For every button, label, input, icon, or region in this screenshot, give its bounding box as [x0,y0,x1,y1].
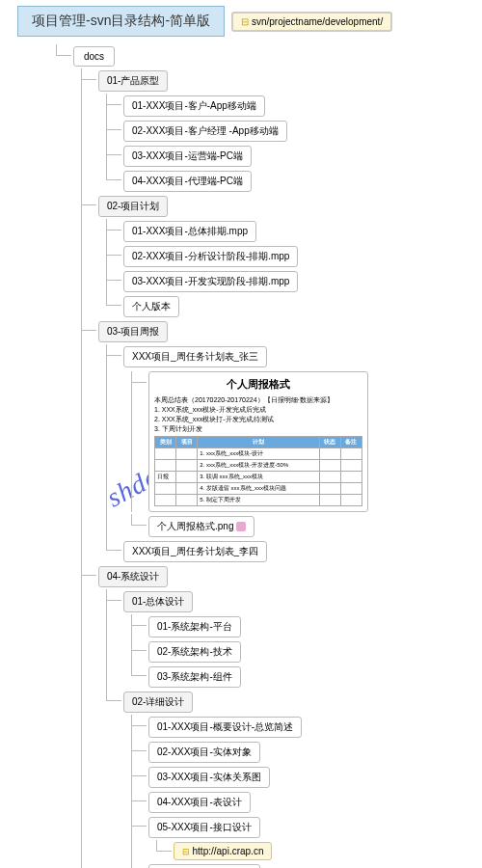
item[interactable]: 02-XXX项目-分析设计阶段-排期.mpp [123,246,298,267]
item[interactable]: 01-XXX项目-客户-App移动端 [123,95,265,117]
item[interactable]: 个人版本 [123,296,179,317]
item[interactable]: 04-XXX项目-代理端-PC端 [123,171,252,192]
preview-bullet: 3. 下周计划开发 [154,424,362,434]
folder-detail[interactable]: 02-详细设计 [123,692,193,713]
item[interactable]: 03-XXX项目-运营端-PC端 [123,146,252,167]
item[interactable]: 02-XXX项目-客户经理 -App移动端 [123,121,287,142]
item[interactable]: 06-XXX项目-数据字典 [148,864,260,868]
item[interactable]: 01-系统架构-平台 [148,616,241,637]
page-title: 项目管理-svn目录结构-简单版 [17,6,225,37]
weekly-report-li[interactable]: XXX项目_周任务计划表_李四 [123,541,267,562]
preview-table: 类别项目计划状态备注 1. xxx系统_xxx模块-设计 2. xxx系统_xx… [154,436,362,506]
item[interactable]: 04-XXX项目-表设计 [148,792,251,813]
item[interactable]: 03-XXX项目-实体关系图 [148,767,270,788]
note-api[interactable]: http://api.crap.cn [174,842,272,860]
root-path: svn/projectname/development/ [231,12,392,32]
tree-root: docs 01-产品原型 01-XXX项目-客户-App移动端 02-XXX项目… [56,44,482,868]
preview-bullet: 1. XXX系统_xxx模块-开发完成后完成 [154,405,362,415]
docs-node[interactable]: docs [73,46,115,67]
folder-overall[interactable]: 01-总体设计 [123,591,193,612]
item[interactable]: 03-系统架构-组件 [148,666,241,688]
item[interactable]: 01-XXX项目-总体排期.mpp [123,221,256,242]
folder-04[interactable]: 04-系统设计 [98,566,168,587]
item[interactable]: 03-XXX项目-开发实现阶段-排期.mpp [123,271,298,292]
folder-03[interactable]: 03-项目周报 [98,321,168,342]
download-icon[interactable] [236,522,246,531]
item[interactable]: 05-XXX项目-接口设计 [148,817,260,838]
preview-panel: 个人周报格式 本周总结表（20170220-20170224）【日报明细·数据来… [148,371,368,512]
preview-header: 本周总结表（20170220-20170224）【日报明细·数据来源】 [154,395,362,405]
folder-02[interactable]: 02-项目计划 [98,196,168,217]
weekly-report-zhang[interactable]: XXX项目_周任务计划表_张三 [123,346,267,367]
item[interactable]: 02-系统架构-技术 [148,641,241,663]
item[interactable]: 01-XXX项目-概要设计-总览简述 [148,717,302,738]
folder-01[interactable]: 01-产品原型 [98,70,168,92]
preview-bullet: 2. XXX系统_xxx模块打-开发完成,待测试 [154,415,362,424]
preview-title: 个人周报格式 [152,375,364,393]
preview-file[interactable]: 个人周报格式.png [148,516,254,537]
item[interactable]: 02-XXX项目-实体对象 [148,742,260,763]
